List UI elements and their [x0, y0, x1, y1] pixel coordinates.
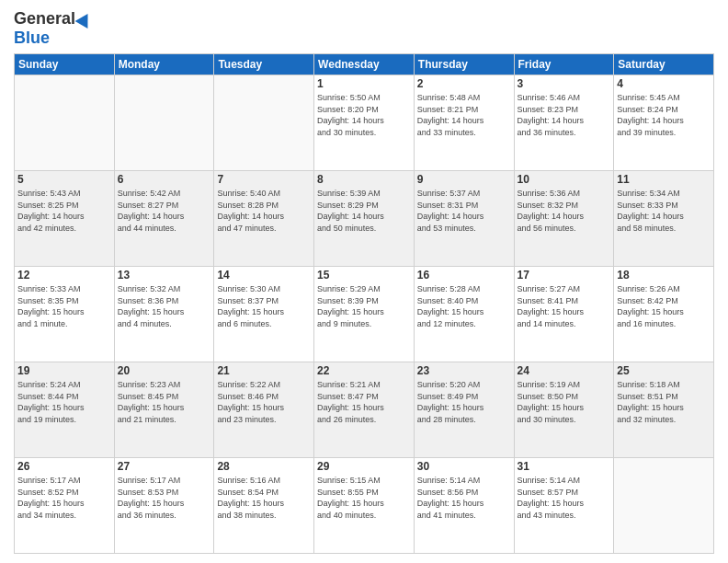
- day-number: 16: [417, 269, 511, 282]
- calendar-page: General Blue SundayMondayTuesdayWednesda…: [0, 0, 728, 563]
- calendar-cell: 23Sunrise: 5:20 AM Sunset: 8:49 PM Dayli…: [414, 362, 514, 458]
- week-row-4: 19Sunrise: 5:24 AM Sunset: 8:44 PM Dayli…: [15, 362, 714, 458]
- weekday-header-sunday: Sunday: [15, 54, 115, 75]
- logo-triangle-icon: [75, 9, 95, 28]
- day-info: Sunrise: 5:16 AM Sunset: 8:54 PM Dayligh…: [217, 475, 311, 521]
- day-info: Sunrise: 5:17 AM Sunset: 8:53 PM Dayligh…: [118, 475, 211, 521]
- day-info: Sunrise: 5:40 AM Sunset: 8:28 PM Dayligh…: [217, 188, 311, 234]
- day-number: 21: [217, 364, 311, 377]
- day-info: Sunrise: 5:29 AM Sunset: 8:39 PM Dayligh…: [317, 283, 411, 329]
- day-info: Sunrise: 5:33 AM Sunset: 8:35 PM Dayligh…: [17, 283, 111, 329]
- week-row-1: 1Sunrise: 5:50 AM Sunset: 8:20 PM Daylig…: [15, 75, 714, 171]
- calendar-cell: 8Sunrise: 5:39 AM Sunset: 8:29 PM Daylig…: [314, 171, 415, 267]
- calendar-cell: 10Sunrise: 5:36 AM Sunset: 8:32 PM Dayli…: [514, 171, 614, 267]
- calendar-cell: 30Sunrise: 5:14 AM Sunset: 8:56 PM Dayli…: [414, 458, 514, 554]
- day-info: Sunrise: 5:14 AM Sunset: 8:56 PM Dayligh…: [417, 475, 511, 521]
- day-number: 13: [118, 269, 211, 282]
- calendar-cell: 5Sunrise: 5:43 AM Sunset: 8:25 PM Daylig…: [15, 171, 115, 267]
- day-info: Sunrise: 5:26 AM Sunset: 8:42 PM Dayligh…: [617, 283, 711, 329]
- calendar-cell: [114, 75, 214, 171]
- calendar-cell: 27Sunrise: 5:17 AM Sunset: 8:53 PM Dayli…: [114, 458, 214, 554]
- day-info: Sunrise: 5:19 AM Sunset: 8:50 PM Dayligh…: [518, 379, 611, 425]
- logo-general-text: General: [14, 9, 75, 29]
- day-info: Sunrise: 5:28 AM Sunset: 8:40 PM Dayligh…: [417, 283, 511, 329]
- day-info: Sunrise: 5:39 AM Sunset: 8:29 PM Dayligh…: [317, 188, 411, 234]
- calendar-cell: [214, 75, 314, 171]
- weekday-header-friday: Friday: [514, 54, 614, 75]
- calendar-cell: 11Sunrise: 5:34 AM Sunset: 8:33 PM Dayli…: [614, 171, 714, 267]
- calendar-cell: 17Sunrise: 5:27 AM Sunset: 8:41 PM Dayli…: [514, 267, 614, 362]
- day-number: 31: [518, 460, 611, 473]
- day-number: 7: [217, 173, 311, 186]
- day-number: 29: [317, 460, 411, 473]
- calendar-cell: 28Sunrise: 5:16 AM Sunset: 8:54 PM Dayli…: [214, 458, 314, 554]
- day-number: 14: [217, 269, 311, 282]
- day-number: 6: [118, 173, 211, 186]
- day-number: 11: [617, 173, 711, 186]
- calendar-cell: 29Sunrise: 5:15 AM Sunset: 8:55 PM Dayli…: [314, 458, 415, 554]
- day-info: Sunrise: 5:45 AM Sunset: 8:24 PM Dayligh…: [617, 92, 711, 138]
- day-number: 18: [617, 269, 711, 282]
- day-number: 5: [17, 173, 111, 186]
- day-info: Sunrise: 5:22 AM Sunset: 8:46 PM Dayligh…: [217, 379, 311, 425]
- day-number: 25: [617, 364, 711, 377]
- day-number: 4: [617, 77, 711, 90]
- day-number: 22: [317, 364, 411, 377]
- day-number: 10: [518, 173, 611, 186]
- day-info: Sunrise: 5:20 AM Sunset: 8:49 PM Dayligh…: [417, 379, 511, 425]
- calendar-cell: 7Sunrise: 5:40 AM Sunset: 8:28 PM Daylig…: [214, 171, 314, 267]
- calendar-cell: 3Sunrise: 5:46 AM Sunset: 8:23 PM Daylig…: [514, 75, 614, 171]
- day-info: Sunrise: 5:34 AM Sunset: 8:33 PM Dayligh…: [617, 188, 711, 234]
- day-info: Sunrise: 5:32 AM Sunset: 8:36 PM Dayligh…: [118, 283, 211, 329]
- calendar-cell: 13Sunrise: 5:32 AM Sunset: 8:36 PM Dayli…: [114, 267, 214, 362]
- day-number: 2: [417, 77, 511, 90]
- calendar-cell: 15Sunrise: 5:29 AM Sunset: 8:39 PM Dayli…: [314, 267, 415, 362]
- day-number: 17: [518, 269, 611, 282]
- day-info: Sunrise: 5:14 AM Sunset: 8:57 PM Dayligh…: [518, 475, 611, 521]
- day-info: Sunrise: 5:42 AM Sunset: 8:27 PM Dayligh…: [118, 188, 211, 234]
- day-number: 12: [17, 269, 111, 282]
- day-info: Sunrise: 5:36 AM Sunset: 8:32 PM Dayligh…: [518, 188, 611, 234]
- calendar-cell: 16Sunrise: 5:28 AM Sunset: 8:40 PM Dayli…: [414, 267, 514, 362]
- calendar-cell: 19Sunrise: 5:24 AM Sunset: 8:44 PM Dayli…: [15, 362, 115, 458]
- logo: General Blue: [14, 9, 92, 48]
- week-row-2: 5Sunrise: 5:43 AM Sunset: 8:25 PM Daylig…: [15, 171, 714, 267]
- calendar-cell: 22Sunrise: 5:21 AM Sunset: 8:47 PM Dayli…: [314, 362, 415, 458]
- weekday-header-wednesday: Wednesday: [314, 54, 415, 75]
- calendar-cell: 18Sunrise: 5:26 AM Sunset: 8:42 PM Dayli…: [614, 267, 714, 362]
- calendar-table: SundayMondayTuesdayWednesdayThursdayFrid…: [14, 53, 714, 554]
- calendar-cell: 31Sunrise: 5:14 AM Sunset: 8:57 PM Dayli…: [514, 458, 614, 554]
- day-info: Sunrise: 5:43 AM Sunset: 8:25 PM Dayligh…: [17, 188, 111, 234]
- weekday-header-row: SundayMondayTuesdayWednesdayThursdayFrid…: [15, 54, 714, 75]
- day-number: 26: [17, 460, 111, 473]
- day-number: 30: [417, 460, 511, 473]
- weekday-header-monday: Monday: [114, 54, 214, 75]
- weekday-header-thursday: Thursday: [414, 54, 514, 75]
- day-number: 28: [217, 460, 311, 473]
- day-info: Sunrise: 5:23 AM Sunset: 8:45 PM Dayligh…: [118, 379, 211, 425]
- calendar-cell: 6Sunrise: 5:42 AM Sunset: 8:27 PM Daylig…: [114, 171, 214, 267]
- day-info: Sunrise: 5:18 AM Sunset: 8:51 PM Dayligh…: [617, 379, 711, 425]
- calendar-cell: 21Sunrise: 5:22 AM Sunset: 8:46 PM Dayli…: [214, 362, 314, 458]
- day-info: Sunrise: 5:46 AM Sunset: 8:23 PM Dayligh…: [518, 92, 611, 138]
- calendar-cell: [15, 75, 115, 171]
- calendar-cell: 12Sunrise: 5:33 AM Sunset: 8:35 PM Dayli…: [15, 267, 115, 362]
- day-number: 19: [17, 364, 111, 377]
- calendar-cell: 4Sunrise: 5:45 AM Sunset: 8:24 PM Daylig…: [614, 75, 714, 171]
- calendar-cell: 1Sunrise: 5:50 AM Sunset: 8:20 PM Daylig…: [314, 75, 415, 171]
- calendar-cell: 26Sunrise: 5:17 AM Sunset: 8:52 PM Dayli…: [15, 458, 115, 554]
- week-row-5: 26Sunrise: 5:17 AM Sunset: 8:52 PM Dayli…: [15, 458, 714, 554]
- calendar-cell: [614, 458, 714, 554]
- day-info: Sunrise: 5:21 AM Sunset: 8:47 PM Dayligh…: [317, 379, 411, 425]
- header: General Blue: [14, 9, 714, 48]
- day-info: Sunrise: 5:37 AM Sunset: 8:31 PM Dayligh…: [417, 188, 511, 234]
- day-info: Sunrise: 5:48 AM Sunset: 8:21 PM Dayligh…: [417, 92, 511, 138]
- day-number: 20: [118, 364, 211, 377]
- calendar-cell: 20Sunrise: 5:23 AM Sunset: 8:45 PM Dayli…: [114, 362, 214, 458]
- day-number: 8: [317, 173, 411, 186]
- calendar-cell: 2Sunrise: 5:48 AM Sunset: 8:21 PM Daylig…: [414, 75, 514, 171]
- day-info: Sunrise: 5:15 AM Sunset: 8:55 PM Dayligh…: [317, 475, 411, 521]
- weekday-header-saturday: Saturday: [614, 54, 714, 75]
- calendar-cell: 24Sunrise: 5:19 AM Sunset: 8:50 PM Dayli…: [514, 362, 614, 458]
- day-number: 9: [417, 173, 511, 186]
